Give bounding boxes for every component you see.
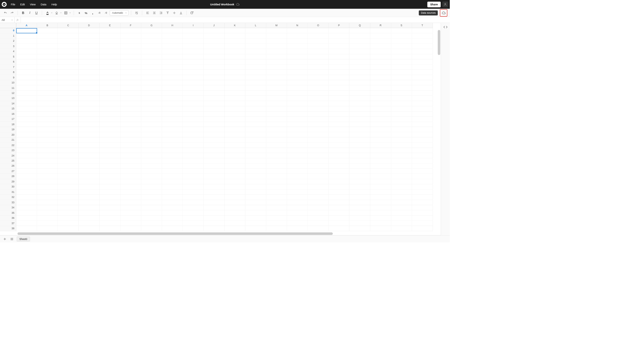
cell[interactable] — [79, 221, 100, 226]
cell[interactable] — [349, 106, 370, 111]
cell[interactable] — [391, 127, 412, 132]
cell[interactable] — [225, 153, 245, 158]
cell[interactable] — [391, 111, 412, 117]
cell[interactable] — [37, 200, 58, 205]
cell[interactable] — [225, 54, 245, 59]
cell[interactable] — [37, 96, 58, 101]
cell[interactable] — [245, 153, 266, 158]
cell[interactable] — [370, 179, 391, 184]
row-header[interactable]: 2 — [0, 38, 16, 44]
cell[interactable] — [245, 65, 266, 70]
cell[interactable] — [391, 163, 412, 168]
cell[interactable] — [412, 127, 433, 132]
cell[interactable] — [349, 111, 370, 117]
cell[interactable] — [370, 158, 391, 163]
cell[interactable] — [391, 190, 412, 195]
column-header[interactable]: P — [329, 23, 349, 28]
cell[interactable] — [37, 49, 58, 54]
cell[interactable] — [79, 158, 100, 163]
cell[interactable] — [225, 137, 245, 142]
cell[interactable] — [16, 174, 37, 179]
cell[interactable] — [412, 33, 433, 38]
cell[interactable] — [245, 216, 266, 221]
cell[interactable] — [58, 65, 79, 70]
row-header[interactable]: 35 — [0, 210, 16, 215]
cell[interactable] — [100, 96, 120, 101]
cell[interactable] — [204, 158, 225, 163]
cell[interactable] — [225, 190, 245, 195]
cell[interactable] — [225, 65, 245, 70]
cell[interactable] — [245, 137, 266, 142]
cell[interactable] — [204, 91, 225, 96]
cell[interactable] — [141, 85, 162, 90]
cell[interactable] — [245, 111, 266, 117]
cell[interactable] — [16, 101, 37, 106]
cell[interactable] — [391, 169, 412, 174]
vertical-scrollbar[interactable] — [438, 29, 440, 232]
cell[interactable] — [79, 226, 100, 231]
cell[interactable] — [287, 106, 308, 111]
cell[interactable] — [183, 142, 204, 148]
cell[interactable] — [183, 195, 204, 200]
cell[interactable] — [287, 174, 308, 179]
cell[interactable] — [308, 101, 329, 106]
cell[interactable] — [79, 127, 100, 132]
cell[interactable] — [225, 49, 245, 54]
cell[interactable] — [370, 65, 391, 70]
cell[interactable] — [120, 216, 141, 221]
cell[interactable] — [287, 75, 308, 80]
cell[interactable] — [287, 153, 308, 158]
cell[interactable] — [100, 44, 120, 49]
cell[interactable] — [162, 49, 183, 54]
row-header[interactable]: 14 — [0, 101, 16, 106]
cell[interactable] — [141, 153, 162, 158]
cell[interactable] — [287, 127, 308, 132]
cell[interactable] — [141, 106, 162, 111]
cell[interactable] — [266, 163, 287, 168]
cell[interactable] — [141, 59, 162, 64]
cell[interactable] — [162, 70, 183, 75]
cell[interactable] — [370, 75, 391, 80]
cell[interactable] — [370, 122, 391, 127]
cell[interactable] — [141, 122, 162, 127]
cell[interactable] — [120, 226, 141, 231]
cell[interactable] — [245, 85, 266, 90]
user-avatar-button[interactable] — [442, 1, 448, 7]
cell[interactable] — [412, 65, 433, 70]
cell[interactable] — [37, 65, 58, 70]
cell[interactable] — [37, 163, 58, 168]
cell[interactable] — [391, 148, 412, 153]
cell[interactable] — [16, 148, 37, 153]
cell[interactable] — [245, 75, 266, 80]
cell[interactable] — [100, 174, 120, 179]
cell[interactable] — [100, 80, 120, 85]
cell[interactable] — [329, 80, 349, 85]
cell[interactable] — [183, 91, 204, 96]
data-sources-button[interactable] — [440, 9, 447, 16]
cell[interactable] — [204, 190, 225, 195]
cell[interactable] — [141, 179, 162, 184]
cell[interactable] — [412, 137, 433, 142]
cell[interactable] — [100, 75, 120, 80]
cell[interactable] — [16, 122, 37, 127]
cell[interactable] — [58, 174, 79, 179]
cell[interactable] — [100, 184, 120, 189]
cell[interactable] — [162, 65, 183, 70]
cell[interactable] — [100, 122, 120, 127]
cell[interactable] — [349, 96, 370, 101]
cell[interactable] — [58, 216, 79, 221]
cell[interactable] — [329, 179, 349, 184]
cell[interactable] — [308, 179, 329, 184]
cell[interactable] — [308, 169, 329, 174]
cell[interactable] — [100, 132, 120, 137]
cell[interactable] — [58, 49, 79, 54]
cell[interactable] — [162, 221, 183, 226]
cell[interactable] — [245, 226, 266, 231]
cell[interactable] — [370, 137, 391, 142]
cell[interactable] — [79, 117, 100, 122]
cell[interactable] — [349, 127, 370, 132]
cell[interactable] — [120, 80, 141, 85]
cell[interactable] — [37, 33, 58, 38]
cell[interactable] — [183, 169, 204, 174]
cell[interactable] — [204, 216, 225, 221]
